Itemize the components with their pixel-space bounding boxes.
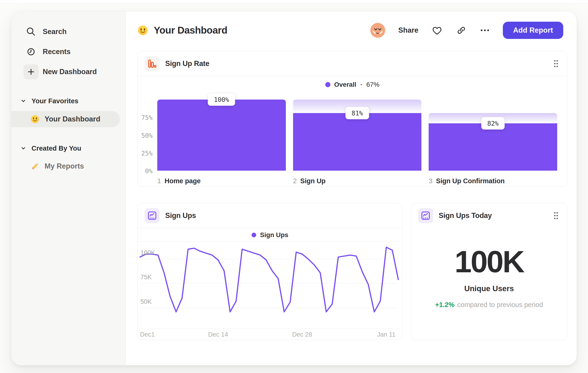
page-header: Your Dashboard Share Add Report (137, 22, 563, 39)
sidebar-item-label: My Reports (45, 162, 84, 171)
step-name: Sign Up (300, 177, 326, 185)
chevron-down-icon (21, 98, 26, 103)
cards-row: Sign Ups Sign Ups 100K75K50K Dec1Dec 14D… (137, 203, 567, 340)
delta-value: +1.2% (435, 301, 454, 308)
line-chart-icon (145, 208, 160, 223)
funnel-bar[interactable] (293, 113, 422, 171)
funnel-step-label: 2 Sign Up (293, 177, 422, 185)
main-content: Your Dashboard Share Add Report (126, 11, 577, 365)
heart-icon[interactable] (431, 25, 443, 36)
card-header: Sign Ups (138, 203, 402, 228)
funnel-y-axis: 75%50%25%0% (139, 100, 153, 171)
sidebar-section-created-by-you[interactable]: Created By You (11, 142, 126, 155)
funnel-value-tooltip: 81% (346, 107, 369, 119)
smiley-emoji-icon (31, 115, 39, 123)
smiley-emoji-icon (137, 25, 148, 36)
sidebar-item-new-dashboard[interactable]: New Dashboard (11, 62, 126, 82)
funnel-step-label: 3 Sign Up Confirmation (429, 177, 557, 185)
funnel-step-labels: 1 Home page 2 Sign Up 3 Sign Up Confirma… (157, 177, 557, 185)
link-icon[interactable] (456, 25, 467, 36)
avatar[interactable] (370, 23, 385, 38)
card-header: Sign Up Rate (138, 51, 567, 76)
funnel-value-tooltip: 82% (481, 117, 505, 130)
y-tick-label: 50% (141, 132, 153, 139)
sidebar-item-label: Your Dashboard (45, 115, 100, 123)
search-icon (24, 24, 39, 39)
funnel-chart: 100% 81% 82% (157, 100, 557, 171)
funnel-step-home-page[interactable]: 100% (157, 100, 286, 171)
x-tick-label: Dec1 (140, 331, 155, 338)
funnel-step-sign-up[interactable]: 81% (293, 100, 422, 171)
divider (138, 242, 402, 242)
y-tick-label: 100K (140, 249, 155, 256)
y-tick-label: 50K (140, 298, 152, 305)
sidebar-item-label: Recents (43, 48, 71, 56)
clock-icon (24, 44, 39, 59)
sidebar-item-search[interactable]: Search (11, 22, 126, 42)
x-axis: Dec1Dec 14Dec 28Jan 11 (138, 328, 402, 340)
add-report-button[interactable]: Add Report (503, 22, 563, 39)
plus-icon (24, 64, 39, 79)
sidebar: Search Recents New Dashboard Your Favori… (11, 11, 126, 365)
step-name: Sign Up Confirmation (436, 177, 504, 185)
sign-ups-card: Sign Ups Sign Ups 100K75K50K Dec1Dec 14D… (137, 203, 402, 340)
header-actions: Share Add Report (370, 22, 563, 39)
delta-note: compared to previous period (457, 301, 543, 308)
legend-separator: • (360, 82, 362, 87)
pencil-emoji-icon (31, 162, 39, 171)
funnel-value-tooltip: 100% (208, 93, 235, 106)
drag-handle-icon[interactable] (554, 212, 559, 220)
sidebar-item-your-dashboard[interactable]: Your Dashboard (11, 111, 120, 127)
line-legend: Sign Ups (138, 228, 402, 242)
funnel-step-sign-up-confirmation[interactable]: 82% (429, 100, 557, 171)
share-button[interactable]: Share (398, 26, 418, 34)
step-number: 3 (429, 177, 432, 185)
legend-dot (325, 82, 330, 87)
sign-ups-series-line (140, 247, 398, 312)
sign-up-rate-card: Sign Up Rate Overall • 67% 75%50%25%0% 1… (137, 51, 567, 187)
legend-dot (252, 233, 256, 237)
step-number: 2 (293, 177, 297, 185)
line-chart-icon (418, 208, 433, 223)
y-tick-label: 75K (140, 274, 152, 281)
card-title: Sign Ups Today (439, 212, 492, 220)
funnel-bar[interactable] (429, 123, 557, 171)
legend-value: 67% (366, 81, 379, 88)
legend-label: Overall (334, 81, 356, 88)
stat-content: 100K Unique Users +1.2%compared to previ… (411, 246, 567, 309)
more-options-icon[interactable] (480, 29, 490, 32)
stat-delta: +1.2%compared to previous period (411, 301, 567, 309)
stat-value: 100K (411, 246, 567, 277)
x-tick-label: Jan 11 (377, 331, 396, 338)
step-number: 1 (157, 177, 161, 185)
y-tick-label: 25% (141, 150, 153, 157)
drag-handle-icon[interactable] (554, 60, 559, 68)
sidebar-section-your-favorites[interactable]: Your Favorites (11, 94, 126, 108)
sign-ups-line-chart[interactable]: 100K75K50K (140, 246, 398, 329)
x-tick-label: Dec 28 (292, 331, 312, 338)
y-tick-label: 0% (145, 167, 153, 175)
sign-ups-today-card: Sign Ups Today 100K Unique Users +1.2%co… (411, 203, 567, 340)
x-tick-label: Dec 14 (208, 331, 228, 338)
card-title: Sign Ups (165, 212, 196, 220)
funnel-bar[interactable] (157, 100, 286, 171)
funnel-legend: Overall • 67% (138, 76, 567, 93)
sidebar-item-label: Search (43, 28, 66, 36)
legend-label: Sign Ups (260, 231, 288, 239)
card-title: Sign Up Rate (165, 60, 209, 68)
app-window: Search Recents New Dashboard Your Favori… (11, 11, 577, 365)
step-name: Home page (165, 177, 201, 185)
bar-chart-icon (145, 56, 160, 71)
page-title: Your Dashboard (154, 25, 227, 36)
card-header: Sign Ups Today (411, 203, 567, 228)
y-tick-label: 75% (141, 114, 153, 121)
funnel-step-label: 1 Home page (157, 177, 286, 185)
sidebar-item-label: New Dashboard (43, 68, 97, 76)
section-title: Your Favorites (32, 97, 78, 105)
sidebar-item-recents[interactable]: Recents (11, 42, 126, 62)
sidebar-item-my-reports[interactable]: My Reports (11, 158, 120, 174)
stat-label: Unique Users (411, 284, 567, 293)
chevron-down-icon (21, 146, 26, 151)
section-title: Created By You (32, 144, 81, 152)
